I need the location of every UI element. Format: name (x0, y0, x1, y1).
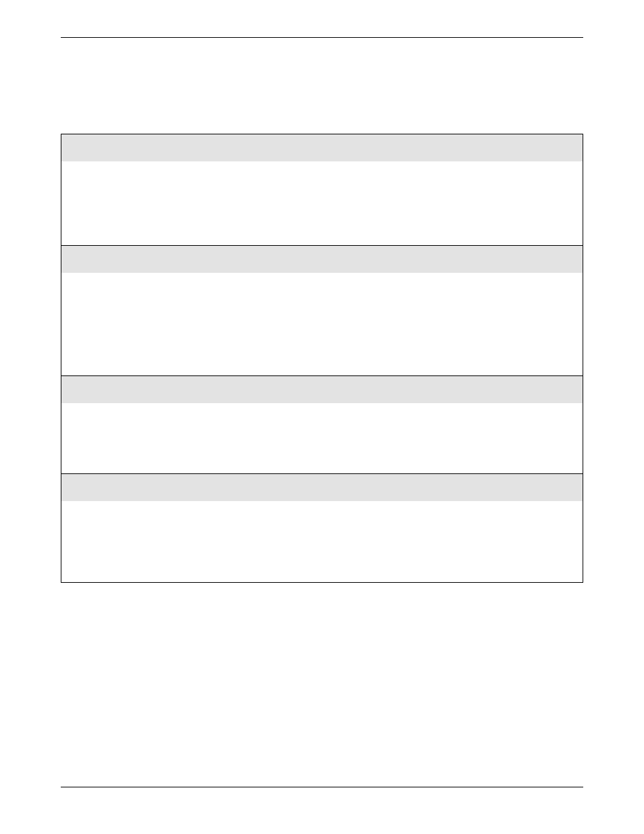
row-body (61, 501, 583, 582)
row-header-shade (61, 134, 583, 161)
row-body (61, 403, 583, 473)
footer-rule (61, 787, 583, 787)
content-table (61, 134, 583, 583)
table-row (61, 473, 583, 582)
row-body (61, 273, 583, 375)
header-rule (61, 37, 583, 38)
row-header-shade (61, 474, 583, 501)
page (0, 0, 644, 834)
row-header-shade (61, 376, 583, 403)
row-header-shade (61, 246, 583, 273)
row-body (61, 161, 583, 245)
table-row (61, 245, 583, 375)
table-row (61, 134, 583, 245)
table-row (61, 375, 583, 473)
